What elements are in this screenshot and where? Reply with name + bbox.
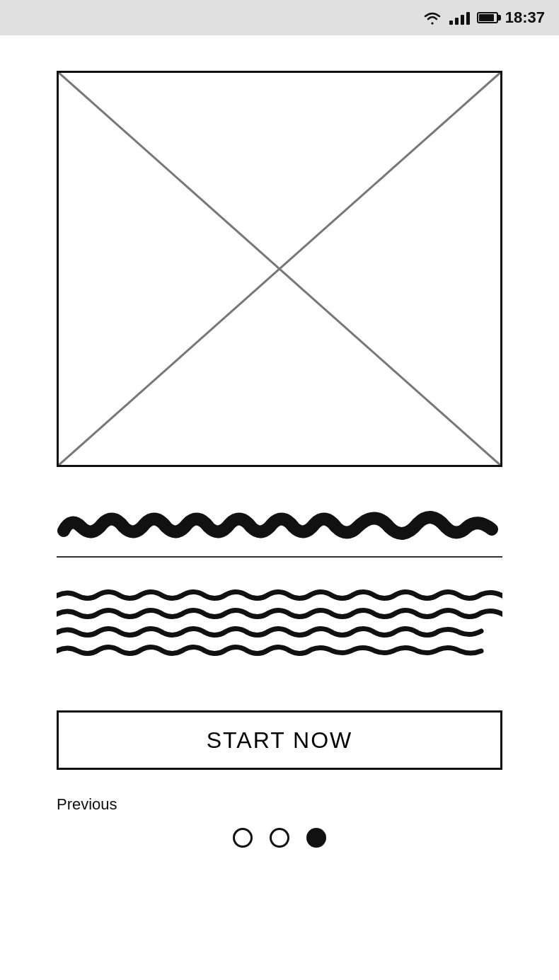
title-underline xyxy=(57,556,502,558)
pagination-dot-1[interactable] xyxy=(233,828,253,848)
pagination-dot-2[interactable] xyxy=(270,828,289,848)
title-scribble xyxy=(57,502,502,545)
status-time: 18:37 xyxy=(505,8,545,27)
description-scribble xyxy=(57,583,502,675)
previous-link[interactable]: Previous xyxy=(57,795,502,814)
battery-icon xyxy=(477,12,498,23)
wifi-icon xyxy=(422,11,442,25)
start-now-button[interactable]: START NOW xyxy=(57,710,502,770)
title-section xyxy=(57,502,502,583)
status-bar: 18:37 xyxy=(0,0,559,35)
bottom-nav: Previous xyxy=(57,795,502,848)
signal-icon xyxy=(449,11,470,25)
pagination-dots xyxy=(57,828,502,848)
image-placeholder xyxy=(57,71,502,467)
status-icons: 18:37 xyxy=(422,8,545,27)
pagination-dot-3[interactable] xyxy=(306,828,326,848)
main-content: START NOW Previous xyxy=(0,35,559,980)
placeholder-svg xyxy=(59,73,500,465)
